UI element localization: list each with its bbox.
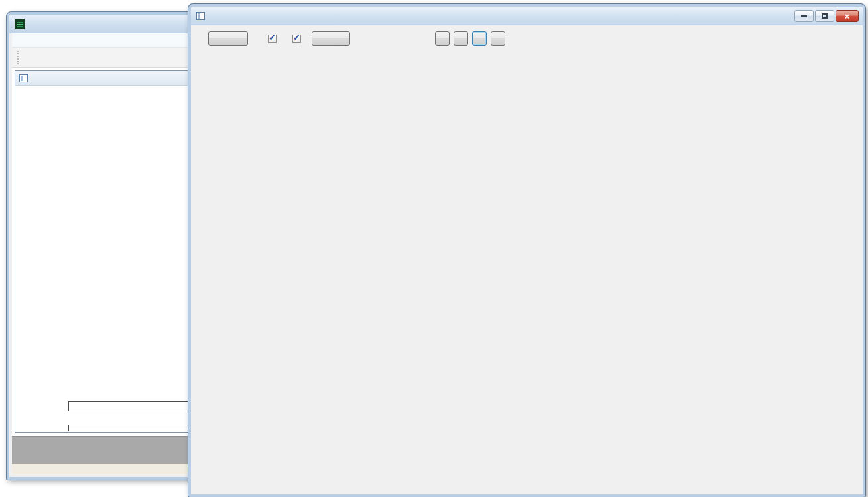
- close-button[interactable]: [208, 31, 248, 46]
- sel-all-button[interactable]: [435, 31, 450, 46]
- dataview-app-icon: [15, 19, 25, 29]
- dialog-icon: [196, 12, 205, 20]
- document-icon: [19, 74, 28, 82]
- maximize-button[interactable]: [815, 10, 834, 22]
- toolbar-grip: [17, 51, 20, 64]
- close-window-button[interactable]: ×: [836, 10, 859, 22]
- show-events-check: [292, 35, 301, 43]
- minimize-button[interactable]: [794, 10, 814, 22]
- dialog-toolbar: [191, 31, 863, 46]
- show-all-button[interactable]: [472, 31, 487, 46]
- dialog-content: [191, 25, 863, 494]
- desel-all-button[interactable]: [454, 31, 468, 46]
- maximize-icon: [822, 13, 828, 19]
- store-button[interactable]: [312, 31, 350, 46]
- hide-all-button[interactable]: [491, 31, 505, 46]
- close-icon: ×: [845, 11, 850, 21]
- show-events-checkbox[interactable]: [292, 35, 304, 43]
- layout-mode-check: [268, 35, 277, 43]
- layout-mode-checkbox[interactable]: [268, 35, 279, 43]
- trace-matrix-dialog: ×: [188, 4, 865, 497]
- dialog-titlebar[interactable]: ×: [191, 7, 863, 25]
- minimize-icon: [801, 15, 807, 17]
